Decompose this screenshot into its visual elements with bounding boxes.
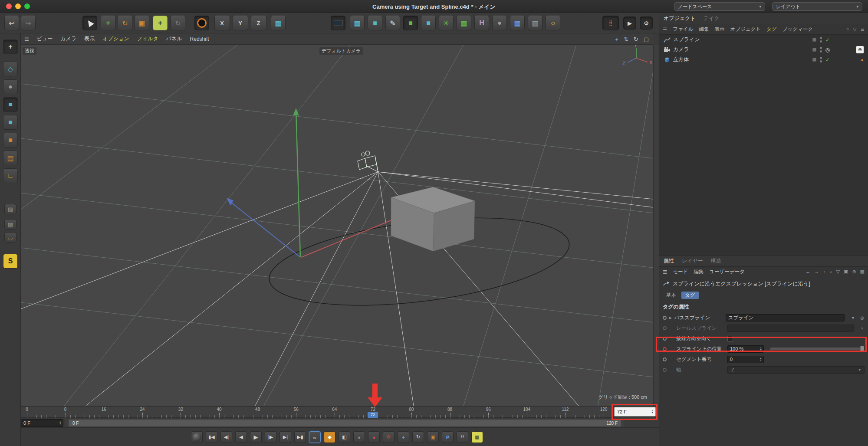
tab-takes[interactable]: テイク	[704, 15, 720, 22]
spinner-down-icon[interactable]: ▾	[760, 359, 761, 361]
render-view-button[interactable]	[331, 16, 345, 30]
preview-range-slider[interactable]: 0 F 120 F	[66, 419, 624, 427]
redshift-button[interactable]: S	[3, 254, 18, 269]
lock-y-axis-button[interactable]: Y	[233, 16, 248, 30]
previous-frame-button[interactable]: ◀	[235, 431, 247, 443]
record-keyframe-button[interactable]: ◆	[324, 431, 335, 443]
layer-toggle[interactable]	[812, 38, 816, 42]
model-mode-button[interactable]: ■	[3, 97, 18, 112]
filter-icon[interactable]: ▽	[853, 26, 856, 32]
am-menu-userdata[interactable]: ユーザーデータ	[709, 269, 745, 275]
axis-dropdown[interactable]: Z ▾	[727, 366, 865, 374]
om-menu-edit[interactable]: 編集	[699, 26, 709, 33]
om-menu-tags[interactable]: タグ	[766, 26, 777, 33]
path-spline-link-field[interactable]: スプライン	[726, 314, 845, 321]
subtab-tag[interactable]: タグ	[681, 292, 699, 299]
phong-tag-icon[interactable]: ●	[861, 57, 864, 62]
segment-field[interactable]: 0 ▴▾	[727, 356, 764, 363]
key-pla-button[interactable]: ⠿	[457, 431, 468, 443]
lock-x-axis-button[interactable]: X	[214, 16, 230, 30]
object-row-cube[interactable]: 立方体 ✓ ●	[659, 55, 868, 65]
texture-mode-button[interactable]: ●	[3, 79, 18, 94]
am-menu-icon[interactable]: ☰	[663, 269, 667, 275]
previous-key-button[interactable]: ◀|	[220, 431, 232, 443]
redo-button[interactable]: ↪	[21, 16, 36, 30]
om-menu-icon[interactable]: ☰	[663, 26, 667, 33]
menu-options[interactable]: オプション	[102, 35, 129, 43]
next-frame-button[interactable]: |▶	[265, 431, 276, 443]
filter-icon[interactable]: ▽	[836, 269, 840, 275]
tab-attributes[interactable]: 属性	[664, 257, 674, 265]
menu-panel[interactable]: パネル	[166, 35, 182, 43]
goto-end-button[interactable]: ▶▮	[294, 431, 306, 443]
timeline-ruler[interactable]: 0 8 16 24 32 40 48 56 64 72 80 88 96 104…	[21, 406, 612, 418]
link-node-icon[interactable]: ▾	[850, 315, 856, 321]
history-back-icon[interactable]: ←	[806, 269, 810, 275]
material-preview-button[interactable]	[191, 431, 203, 443]
tab-layers[interactable]: レイヤー	[682, 257, 703, 265]
view-orientation-gizmo[interactable]: Y X Z	[622, 45, 652, 66]
range-start-field[interactable]: 0 F ▴▾	[21, 419, 63, 427]
om-menu-bookmarks[interactable]: ブックマーク	[783, 26, 813, 33]
menu-camera[interactable]: カメラ	[60, 35, 76, 43]
cloner-menu[interactable]: ▦	[457, 16, 471, 30]
render-settings-button[interactable]: ⚙	[640, 16, 653, 30]
camera-name-label[interactable]: デフォルトカメラ	[319, 47, 363, 55]
camera-object[interactable]	[358, 151, 378, 172]
layout-grid-icon[interactable]: ▦	[860, 269, 865, 275]
array-object-menu[interactable]: ✳	[439, 16, 454, 30]
light-menu[interactable]: ☼	[546, 16, 560, 30]
subdivision-surface-menu[interactable]: ■	[403, 16, 418, 30]
viewport-menu-icon[interactable]: ☰	[24, 36, 29, 42]
om-menu-file[interactable]: ファイル	[673, 26, 693, 33]
list-icon[interactable]: ≣	[861, 26, 865, 32]
visibility-dots[interactable]	[820, 57, 822, 62]
lock-icon[interactable]: ▣	[844, 269, 848, 275]
autokey-button[interactable]: ◧	[339, 431, 350, 443]
polygon-mode-button[interactable]: ▤	[3, 151, 18, 165]
interactive-render-region-button[interactable]	[194, 16, 209, 30]
current-frame-marker[interactable]: 72	[368, 412, 378, 418]
go-up-icon[interactable]: ↑	[823, 269, 825, 275]
play-button[interactable]: ▶	[250, 431, 262, 443]
rotate-tool[interactable]: ↻	[118, 16, 132, 30]
cube-primitive-menu[interactable]: ■	[368, 16, 382, 30]
range-grip-right[interactable]	[621, 420, 624, 426]
align-to-spline-tag[interactable]: ⊕	[856, 46, 864, 53]
scale-tool[interactable]: ▣	[135, 16, 149, 30]
record-active-button[interactable]: ●	[368, 431, 380, 443]
object-mode-button[interactable]: ■	[3, 115, 18, 130]
rotate-camera-tool[interactable]: ↻	[171, 16, 185, 30]
am-menu-mode[interactable]: モード	[673, 269, 688, 275]
key-scale-button[interactable]: ▣	[427, 431, 439, 443]
points-mode-button[interactable]: ◇	[3, 62, 18, 76]
menu-filter[interactable]: フィルタ	[137, 35, 158, 43]
subtab-basic[interactable]: 基本	[663, 292, 680, 299]
am-menu-edit[interactable]: 編集	[694, 269, 704, 275]
menu-view[interactable]: ビュー	[37, 35, 53, 43]
visibility-dots[interactable]	[820, 47, 822, 52]
keying-settings-button[interactable]: ⚙	[383, 431, 395, 443]
menu-display[interactable]: 表示	[84, 35, 95, 43]
generator-menu[interactable]: ■	[421, 16, 436, 30]
link-picker-icon[interactable]: ◎	[859, 315, 865, 321]
key-rotation-button[interactable]: ↻	[412, 431, 424, 443]
perspective-viewport[interactable]: Y X Z 透視 デフォルトカメラ グリッド間隔 : 500 cm	[21, 45, 653, 406]
layout-dropdown[interactable]: レイアウト ▾	[772, 2, 862, 11]
maximize-view-icon[interactable]: ▢	[644, 36, 649, 43]
move-tool[interactable]: +	[101, 16, 115, 30]
projection-label[interactable]: 透視	[23, 47, 36, 55]
visibility-dots[interactable]	[820, 37, 822, 43]
cube-object[interactable]	[391, 187, 475, 251]
key-parameter-button[interactable]: P	[442, 431, 454, 443]
om-menu-view[interactable]: 表示	[714, 26, 724, 33]
search-icon[interactable]: ○	[829, 269, 832, 275]
zoom-view-icon[interactable]: ⇅	[624, 36, 628, 43]
tab-objects[interactable]: オブジェクト	[664, 15, 696, 22]
transform-mode-button[interactable]: +	[3, 39, 18, 54]
camera-active-icon[interactable]: ◎	[825, 47, 830, 53]
enabled-check-icon[interactable]: ✓	[825, 37, 830, 43]
layer-toggle[interactable]	[812, 48, 816, 52]
record-off-button[interactable]: ●	[353, 431, 365, 443]
team-render-button[interactable]: ⣿	[602, 16, 619, 30]
